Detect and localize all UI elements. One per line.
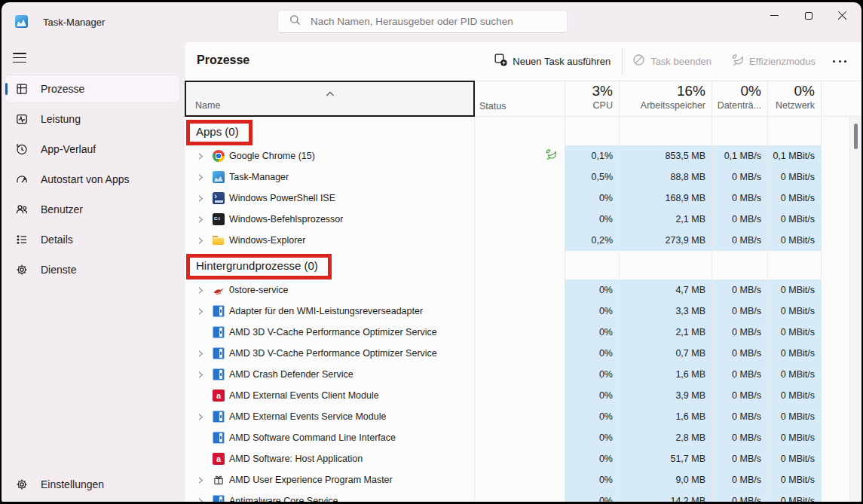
process-name: AMD Crash Defender Service bbox=[229, 369, 353, 380]
process-name: AMD User Experience Program Master bbox=[229, 475, 393, 485]
process-row[interactable]: 0store-service0%4,7 MB0 MB/s0 MBit/s bbox=[185, 279, 861, 301]
process-row[interactable]: AMD 3D V-Cache Performance Optimizer Ser… bbox=[185, 343, 861, 364]
cpu-cell: 0% bbox=[565, 385, 620, 406]
process-row[interactable]: Adapter für den WMI-Leistungsreverseadap… bbox=[185, 301, 861, 322]
more-options-button[interactable] bbox=[831, 60, 849, 63]
expand-chevron-icon[interactable] bbox=[197, 371, 204, 379]
service-window-icon bbox=[213, 347, 225, 359]
expand-chevron-icon[interactable] bbox=[197, 173, 204, 182]
disk-cell: 0 MB/s bbox=[712, 188, 768, 209]
service-window-icon bbox=[213, 411, 225, 423]
sidebar-item-leistung[interactable]: Leistung bbox=[5, 105, 179, 133]
chrome-icon bbox=[213, 150, 225, 162]
sidebar-item-dienste[interactable]: Dienste bbox=[5, 256, 179, 283]
process-row[interactable]: Google Chrome (15)0,1%853,5 MB0,1 MB/s0,… bbox=[185, 145, 861, 166]
process-row[interactable]: AMD External Events Client Module0%3,9 M… bbox=[185, 385, 861, 406]
sidebar-item-label: App-Verlauf bbox=[41, 143, 96, 155]
end-task-button[interactable]: Task beenden bbox=[632, 53, 712, 69]
process-row[interactable]: AMD Crash Defender Service0%1,6 MB0 MB/s… bbox=[185, 364, 861, 385]
expand-chevron-icon[interactable] bbox=[197, 413, 204, 421]
process-row[interactable]: Windows PowerShell ISE0%168,9 MB0 MB/s0 … bbox=[185, 188, 861, 209]
group-header-row[interactable]: Hintergrundprozesse (0) bbox=[185, 251, 861, 279]
process-name: AMD 3D V-Cache Performance Optimizer Ser… bbox=[229, 327, 437, 338]
network-cell: 0 MBit/s bbox=[768, 322, 822, 343]
disk-cell: 0,1 MB/s bbox=[712, 145, 768, 166]
process-name: AMD Software Command Line Interface bbox=[229, 432, 396, 443]
maximize-button[interactable] bbox=[791, 2, 825, 29]
close-button[interactable] bbox=[825, 2, 859, 29]
cpu-cell: 0% bbox=[565, 343, 620, 364]
column-header-cpu[interactable]: 3% CPU bbox=[565, 81, 620, 117]
sidebar-item-label: Autostart von Apps bbox=[41, 173, 130, 185]
disk-cell: 0 MB/s bbox=[712, 490, 768, 502]
search-box[interactable] bbox=[277, 10, 568, 33]
sidebar-item-label: Prozesse bbox=[41, 83, 84, 95]
network-cell: 0 MBit/s bbox=[768, 279, 822, 301]
disk-cell: 0 MB/s bbox=[712, 322, 768, 343]
disk-cell: 0 MB/s bbox=[712, 166, 768, 188]
expand-chevron-icon[interactable] bbox=[197, 476, 204, 484]
network-cell: 0 MBit/s bbox=[768, 166, 822, 188]
process-name-cell: Google Chrome (15) bbox=[185, 145, 475, 166]
maximize-icon bbox=[805, 12, 813, 20]
minimize-button[interactable] bbox=[757, 2, 791, 29]
sidebar-item-settings[interactable]: Einstellungen bbox=[5, 471, 179, 498]
sidebar-item-benutzer[interactable]: Benutzer bbox=[5, 196, 179, 223]
disk-cell: 0 MB/s bbox=[712, 279, 768, 301]
sidebar-item-autostart-von-apps[interactable]: Autostart von Apps bbox=[5, 166, 179, 193]
process-row[interactable]: AMD External Events Service Module0%1,6 … bbox=[185, 406, 861, 427]
menu-toggle-button[interactable] bbox=[13, 53, 26, 63]
network-cell: 0 MBit/s bbox=[768, 343, 822, 364]
memory-cell: 2,1 MB bbox=[620, 209, 712, 230]
sidebar-item-label: Details bbox=[41, 234, 73, 246]
scrollbar-thumb[interactable] bbox=[854, 124, 858, 149]
memory-cell: 0,7 MB bbox=[620, 343, 712, 364]
network-cell: 0 MBit/s bbox=[768, 188, 822, 209]
scrollbar[interactable] bbox=[849, 117, 861, 502]
process-row[interactable]: AMD Software: Host Application0%51,7 MB0… bbox=[185, 448, 861, 469]
process-row[interactable]: AMD 3D V-Cache Performance Optimizer Ser… bbox=[185, 322, 861, 343]
sidebar-item-app-verlauf[interactable]: App-Verlauf bbox=[5, 136, 179, 163]
disk-cell: 0 MB/s bbox=[712, 448, 768, 469]
status-cell bbox=[475, 343, 565, 364]
expand-chevron-icon[interactable] bbox=[197, 152, 204, 160]
expand-chevron-icon[interactable] bbox=[197, 350, 204, 358]
cpu-cell bbox=[565, 251, 620, 279]
status-cell bbox=[475, 427, 565, 448]
process-row[interactable]: Antimalware Core Service0%14,2 MB0 MB/s0… bbox=[185, 490, 861, 502]
group-header-row[interactable]: Apps (0) bbox=[185, 117, 861, 145]
expand-chevron-icon[interactable] bbox=[197, 215, 204, 224]
process-row[interactable]: Task-Manager0,5%88,8 MB0 MB/s0 MBit/s bbox=[185, 166, 861, 188]
sidebar-nav: ProzesseLeistungApp-VerlaufAutostart von… bbox=[5, 75, 179, 286]
annotation-red-box: Apps (0) bbox=[186, 120, 252, 145]
process-name-cell: AMD External Events Client Module bbox=[185, 385, 475, 406]
memory-cell: 273,9 MB bbox=[620, 230, 712, 251]
search-input[interactable] bbox=[311, 16, 559, 27]
column-header-memory[interactable]: 16% Arbeitsspeicher bbox=[620, 81, 712, 117]
column-header-network[interactable]: 0% Netzwerk bbox=[768, 81, 822, 117]
process-row[interactable]: Windows-Befehlsprozessor0%2,1 MB0 MB/s0 … bbox=[185, 209, 861, 230]
status-cell bbox=[475, 469, 565, 490]
network-cell: 0 MBit/s bbox=[768, 490, 822, 502]
expand-chevron-icon[interactable] bbox=[197, 497, 204, 502]
expand-chevron-icon[interactable] bbox=[197, 286, 204, 295]
service-window-icon bbox=[213, 432, 225, 444]
process-row[interactable]: AMD Software Command Line Interface0%2,8… bbox=[185, 427, 861, 448]
efficiency-mode-button[interactable]: Effizienzmodus bbox=[731, 53, 816, 69]
task-manager-app-icon bbox=[15, 15, 28, 28]
sidebar-item-prozesse[interactable]: Prozesse bbox=[5, 75, 179, 102]
process-row[interactable]: Windows-Explorer0,2%273,9 MB0 MB/s0 MBit… bbox=[185, 230, 861, 251]
sidebar-item-details[interactable]: Details bbox=[5, 226, 179, 253]
expand-chevron-icon[interactable] bbox=[197, 194, 204, 203]
memory-cell: 14,2 MB bbox=[620, 490, 712, 502]
process-name: Task-Manager bbox=[229, 172, 289, 182]
column-header-disk[interactable]: 0% Datenträ... bbox=[712, 81, 768, 117]
expand-chevron-icon[interactable] bbox=[197, 307, 204, 316]
disk-cell: 0 MB/s bbox=[712, 209, 768, 230]
expand-chevron-icon[interactable] bbox=[197, 237, 204, 245]
run-new-task-button[interactable]: Neuen Task ausführen bbox=[494, 53, 611, 69]
column-header-status[interactable]: Status bbox=[475, 81, 565, 117]
column-header-name[interactable]: Name bbox=[185, 81, 475, 117]
process-row[interactable]: AMD User Experience Program Master0%9,0 … bbox=[185, 469, 861, 490]
status-cell bbox=[475, 364, 565, 385]
